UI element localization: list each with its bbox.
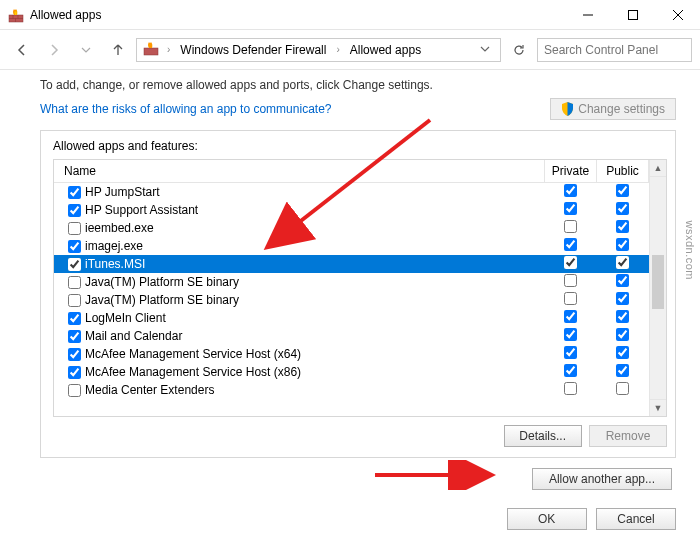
app-allowed-checkbox[interactable]: [68, 384, 81, 397]
shield-icon: [561, 102, 574, 116]
table-row[interactable]: HP Support Assistant: [54, 201, 649, 219]
svg-rect-6: [628, 10, 637, 19]
window-titlebar: Allowed apps: [0, 0, 700, 30]
minimize-button[interactable]: [565, 0, 610, 30]
window-title: Allowed apps: [30, 8, 101, 22]
app-allowed-checkbox[interactable]: [68, 222, 81, 235]
app-allowed-checkbox[interactable]: [68, 330, 81, 343]
app-name: LogMeIn Client: [85, 311, 166, 325]
public-checkbox[interactable]: [616, 328, 629, 341]
column-name[interactable]: Name: [54, 160, 545, 183]
public-checkbox[interactable]: [616, 274, 629, 287]
app-name: imagej.exe: [85, 239, 143, 253]
allowed-apps-group: Allowed apps and features: Name Private …: [40, 130, 676, 458]
app-name: McAfee Management Service Host (x86): [85, 365, 301, 379]
up-button[interactable]: [104, 36, 132, 64]
app-allowed-checkbox[interactable]: [68, 258, 81, 271]
public-checkbox[interactable]: [616, 310, 629, 323]
app-name: Java(TM) Platform SE binary: [85, 275, 239, 289]
change-settings-button[interactable]: Change settings: [550, 98, 676, 120]
apps-table: Name Private Public HP JumpStartHP Suppo…: [53, 159, 667, 417]
app-allowed-checkbox[interactable]: [68, 348, 81, 361]
maximize-button[interactable]: [610, 0, 655, 30]
watermark: wsxdn.com: [684, 220, 696, 280]
table-row[interactable]: Media Center Extenders: [54, 381, 649, 399]
private-checkbox[interactable]: [564, 382, 577, 395]
details-button[interactable]: Details...: [504, 425, 582, 447]
table-row[interactable]: HP JumpStart: [54, 183, 649, 202]
scroll-down-icon[interactable]: ▼: [650, 399, 666, 416]
private-checkbox[interactable]: [564, 202, 577, 215]
public-checkbox[interactable]: [616, 364, 629, 377]
change-settings-label: Change settings: [578, 102, 665, 116]
recent-dropdown[interactable]: [72, 36, 100, 64]
breadcrumb-segment[interactable]: Allowed apps: [348, 43, 423, 57]
private-checkbox[interactable]: [564, 292, 577, 305]
chevron-right-icon: ›: [332, 44, 343, 55]
public-checkbox[interactable]: [616, 382, 629, 395]
app-name: Java(TM) Platform SE binary: [85, 293, 239, 307]
public-checkbox[interactable]: [616, 292, 629, 305]
firewall-icon: [8, 7, 24, 23]
nav-bar: › Windows Defender Firewall › Allowed ap…: [0, 30, 700, 70]
address-bar[interactable]: › Windows Defender Firewall › Allowed ap…: [136, 38, 501, 62]
private-checkbox[interactable]: [564, 238, 577, 251]
private-checkbox[interactable]: [564, 256, 577, 269]
app-allowed-checkbox[interactable]: [68, 294, 81, 307]
app-allowed-checkbox[interactable]: [68, 312, 81, 325]
public-checkbox[interactable]: [616, 202, 629, 215]
search-input[interactable]: [537, 38, 692, 62]
scroll-thumb[interactable]: [652, 255, 664, 309]
address-dropdown-icon[interactable]: [476, 44, 494, 56]
app-allowed-checkbox[interactable]: [68, 276, 81, 289]
scroll-up-icon[interactable]: ▲: [650, 160, 666, 177]
app-allowed-checkbox[interactable]: [68, 204, 81, 217]
app-name: Mail and Calendar: [85, 329, 182, 343]
table-row[interactable]: LogMeIn Client: [54, 309, 649, 327]
breadcrumb-segment[interactable]: Windows Defender Firewall: [178, 43, 328, 57]
group-caption: Allowed apps and features:: [53, 139, 667, 153]
forward-button[interactable]: [40, 36, 68, 64]
table-row[interactable]: Java(TM) Platform SE binary: [54, 273, 649, 291]
table-row[interactable]: Mail and Calendar: [54, 327, 649, 345]
private-checkbox[interactable]: [564, 328, 577, 341]
app-name: Media Center Extenders: [85, 383, 214, 397]
table-row[interactable]: Java(TM) Platform SE binary: [54, 291, 649, 309]
private-checkbox[interactable]: [564, 346, 577, 359]
app-name: McAfee Management Service Host (x64): [85, 347, 301, 361]
app-allowed-checkbox[interactable]: [68, 366, 81, 379]
column-public[interactable]: Public: [597, 160, 649, 183]
private-checkbox[interactable]: [564, 310, 577, 323]
refresh-button[interactable]: [505, 36, 533, 64]
remove-button[interactable]: Remove: [589, 425, 667, 447]
table-row[interactable]: McAfee Management Service Host (x86): [54, 363, 649, 381]
app-name: HP JumpStart: [85, 185, 159, 199]
app-name: HP Support Assistant: [85, 203, 198, 217]
table-row[interactable]: imagej.exe: [54, 237, 649, 255]
table-row[interactable]: iTunes.MSI: [54, 255, 649, 273]
column-private[interactable]: Private: [545, 160, 597, 183]
private-checkbox[interactable]: [564, 274, 577, 287]
public-checkbox[interactable]: [616, 238, 629, 251]
app-name: ieembed.exe: [85, 221, 154, 235]
close-button[interactable]: [655, 0, 700, 30]
public-checkbox[interactable]: [616, 184, 629, 197]
cancel-button[interactable]: Cancel: [596, 508, 676, 530]
private-checkbox[interactable]: [564, 220, 577, 233]
public-checkbox[interactable]: [616, 220, 629, 233]
svg-rect-9: [144, 48, 158, 55]
app-allowed-checkbox[interactable]: [68, 186, 81, 199]
public-checkbox[interactable]: [616, 346, 629, 359]
risk-link[interactable]: What are the risks of allowing an app to…: [40, 102, 331, 116]
app-allowed-checkbox[interactable]: [68, 240, 81, 253]
intro-text: To add, change, or remove allowed apps a…: [40, 78, 676, 92]
table-row[interactable]: McAfee Management Service Host (x64): [54, 345, 649, 363]
allow-another-app-button[interactable]: Allow another app...: [532, 468, 672, 490]
table-row[interactable]: ieembed.exe: [54, 219, 649, 237]
private-checkbox[interactable]: [564, 184, 577, 197]
back-button[interactable]: [8, 36, 36, 64]
private-checkbox[interactable]: [564, 364, 577, 377]
scrollbar[interactable]: ▲ ▼: [649, 160, 666, 416]
public-checkbox[interactable]: [616, 256, 629, 269]
ok-button[interactable]: OK: [507, 508, 587, 530]
